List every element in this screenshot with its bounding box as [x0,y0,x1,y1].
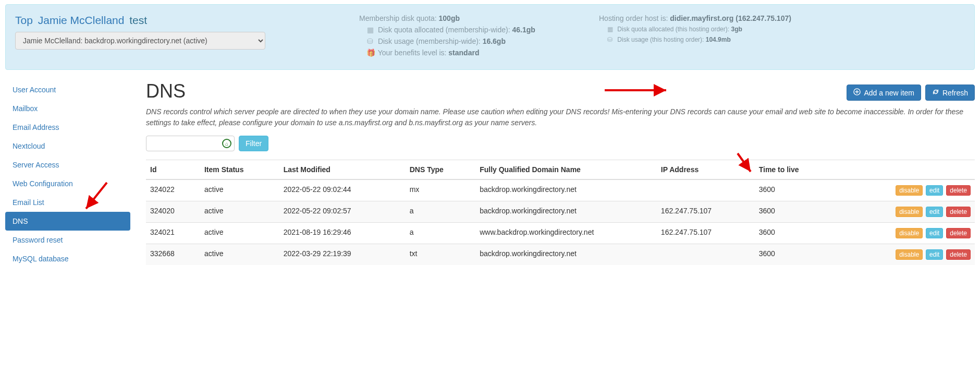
header-actions: Add a new item Refresh [847,85,975,101]
sidebar: User AccountMailboxEmail AddressNextclou… [5,80,130,268]
table-cell: active [200,179,279,201]
table-cell: 324022 [146,179,200,201]
sidebar-item-user-account[interactable]: User Account [5,80,130,99]
main-content: DNS Add a new item Refresh DNS records c… [130,80,975,268]
filter-button[interactable]: Filter [239,136,268,151]
table-cell: 162.247.75.107 [657,223,755,244]
sidebar-item-web-configuration[interactable]: Web Configuration [5,174,130,193]
sidebar-item-email-address[interactable]: Email Address [5,118,130,137]
col-header: Time to live [755,160,835,180]
breadcrumb-user-link[interactable]: Jamie McClelland [38,14,125,26]
sidebar-item-nextcloud[interactable]: Nextcloud [5,137,130,155]
col-header: DNS Type [406,160,475,180]
table-cell [657,244,755,266]
edit-button[interactable]: edit [926,228,943,238]
delete-button[interactable]: delete [946,207,971,217]
table-cell: 162.247.75.107 [657,201,755,223]
table-cell: 3600 [755,244,835,266]
refresh-icon [932,88,939,97]
col-header: Item Status [200,160,279,180]
table-cell: active [200,244,279,266]
sidebar-item-email-list[interactable]: Email List [5,193,130,212]
sidebar-item-dns[interactable]: DNS [5,212,130,231]
table-cell: www.backdrop.workingdirectory.net [475,223,657,244]
hosting-order-select[interactable]: Jamie McClelland: backdrop.workingdirect… [15,32,265,50]
grid-icon: ▦ [366,26,374,34]
actions-cell: disable edit delete [835,244,975,266]
table-cell: 3600 [755,179,835,201]
edit-button[interactable]: edit [926,207,943,217]
breadcrumb-top-link[interactable]: Top [15,14,33,26]
delete-button[interactable]: delete [946,228,971,238]
disk-icon: ⛁ [366,37,374,45]
table-cell: a [406,223,475,244]
col-header: IP Address [657,160,755,180]
edit-button[interactable]: edit [926,185,943,196]
table-row: 332668active2022-03-29 22:19:39txtbackdr… [146,244,975,266]
table-cell [657,179,755,201]
add-new-item-button[interactable]: Add a new item [847,85,921,101]
table-row: 324020active2022-05-22 09:02:57abackdrop… [146,201,975,223]
gift-icon: 🎁 [366,49,374,57]
table-row: 324021active2021-08-19 16:29:46awww.back… [146,223,975,244]
table-cell: backdrop.workingdirectory.net [475,244,657,266]
edit-button[interactable]: edit [926,249,943,260]
dns-table: IdItem StatusLast ModifiedDNS TypeFully … [146,160,975,265]
disk-icon: ⛁ [606,36,614,43]
table-cell: 324020 [146,201,200,223]
disable-button[interactable]: disable [896,185,923,196]
breadcrumb: Top Jamie McClelland test [15,14,265,27]
actions-cell: disable edit delete [835,223,975,244]
disable-button[interactable]: disable [896,207,923,217]
table-cell: 2021-08-19 16:29:46 [279,223,406,244]
table-cell: mx [406,179,475,201]
disable-button[interactable]: disable [896,249,923,260]
plus-circle-icon [853,88,861,97]
table-cell: 324021 [146,223,200,244]
table-cell: 2022-03-29 22:19:39 [279,244,406,266]
col-header: Fully Qualified Domain Name [475,160,657,180]
benefits-line: 🎁 Your benefits level is: standard [359,49,578,57]
actions-cell: disable edit delete [835,179,975,201]
table-cell: 3600 [755,201,835,223]
table-cell: 2022-05-22 09:02:44 [279,179,406,201]
table-row: 324022active2022-05-22 09:02:44mxbackdro… [146,179,975,201]
allocated-quota-line: ▦ Disk quota allocated (membership-wide)… [359,26,578,34]
delete-button[interactable]: delete [946,249,971,260]
info-panel: Top Jamie McClelland test Jamie McClella… [5,4,975,70]
host-usage-line: ⛁ Disk usage (this hosting order): 104.9… [599,36,965,43]
table-cell: 2022-05-22 09:02:57 [279,201,406,223]
sidebar-item-password-reset[interactable]: Password reset [5,231,130,249]
sidebar-item-server-access[interactable]: Server Access [5,155,130,174]
delete-button[interactable]: delete [946,185,971,196]
col-header: Id [146,160,200,180]
host-line: Hosting order host is: didier.mayfirst.o… [599,14,965,22]
membership-quota-line: Membership disk quota: 100gb [359,14,578,22]
table-cell: backdrop.workingdirectory.net [475,201,657,223]
breadcrumb-current: test [129,14,147,26]
table-cell: 332668 [146,244,200,266]
table-cell: active [200,223,279,244]
filter-input[interactable] [146,136,235,151]
table-cell: backdrop.workingdirectory.net [475,179,657,201]
col-header: Last Modified [279,160,406,180]
page-title: DNS [146,80,186,102]
col-header [835,160,975,180]
actions-cell: disable edit delete [835,201,975,223]
disable-button[interactable]: disable [896,228,923,238]
grid-icon: ▦ [606,26,614,33]
table-cell: 3600 [755,223,835,244]
password-manager-icon[interactable]: ⌂ [222,139,231,148]
usage-quota-line: ⛁ Disk usage (membership-wide): 16.6gb [359,37,578,45]
sidebar-item-mysql-database[interactable]: MySQL database [5,249,130,268]
refresh-button[interactable]: Refresh [925,85,975,101]
sidebar-item-mailbox[interactable]: Mailbox [5,99,130,118]
table-cell: txt [406,244,475,266]
table-cell: active [200,201,279,223]
table-cell: a [406,201,475,223]
page-description: DNS records control which server people … [146,106,975,128]
host-allocated-line: ▦ Disk quota allocated (this hosting ord… [599,26,965,33]
